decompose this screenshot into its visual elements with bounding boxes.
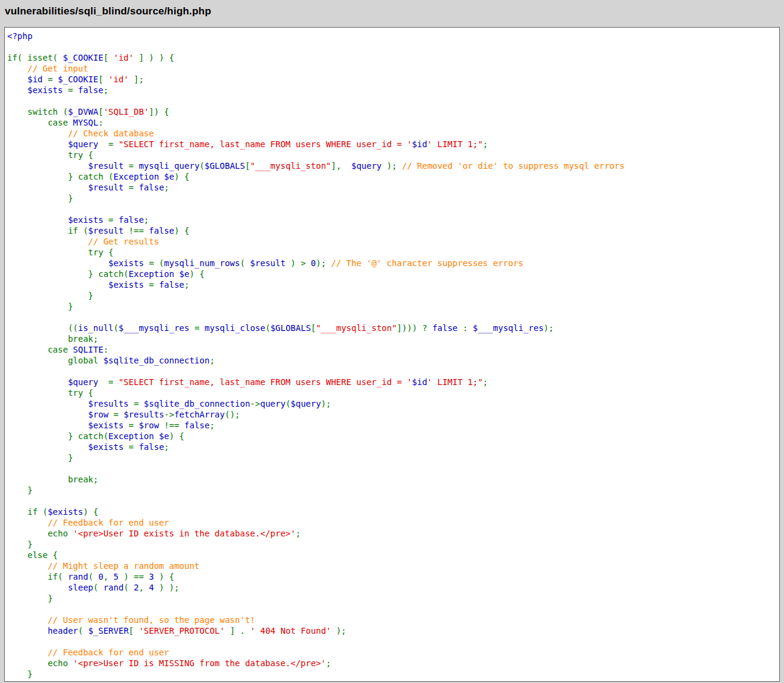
code-token: (); [225, 410, 240, 419]
code-token: ) { [154, 572, 174, 581]
code-token: [ [98, 74, 109, 84]
code-token: , [139, 583, 149, 592]
code-token: $exists [7, 258, 144, 268]
code-token: } [7, 593, 53, 603]
code-token: $exists [7, 280, 144, 290]
source-view-page: vulnerabilities/sqli_blind/source/high.p… [0, 0, 784, 683]
code-token: [ [311, 323, 316, 333]
code-token: "___mysqli_ston" [316, 323, 397, 333]
code-token: case [7, 345, 73, 354]
code-token: case [7, 118, 73, 127]
code-token: ]; [128, 74, 143, 84]
code-token: // Get input [7, 64, 88, 73]
code-token: else { [7, 550, 58, 560]
code-token: if ( [7, 226, 88, 235]
code-token: $results [124, 410, 164, 419]
code-token: } catch ( [7, 172, 113, 181]
code-token: ) { [174, 226, 189, 235]
code-token: !== [159, 420, 184, 430]
code-token: break; [7, 334, 98, 344]
code-token: ( [88, 572, 98, 581]
code-token: $query [7, 139, 98, 149]
code-token: : [103, 345, 108, 354]
code-token: } [7, 291, 93, 300]
code-token: global [7, 356, 103, 365]
code-token: ; [184, 280, 189, 290]
code-token: $_COOKIE [63, 53, 103, 62]
code-token: ; [164, 183, 169, 192]
code-token: ' 404 Not Found' [250, 626, 331, 636]
code-token: 'SERVER_PROTOCOL' [139, 626, 225, 636]
code-token: // The '@' character suppresses errors [326, 258, 523, 268]
code-token: false [149, 226, 174, 235]
code-token: ; [144, 215, 149, 225]
code-token: $_COOKIE [58, 74, 98, 84]
code-token: $sqlite_db_connection [103, 356, 210, 365]
code-token: ( [199, 161, 204, 171]
code-token: ) { [169, 431, 184, 441]
code-token: = [124, 442, 139, 452]
code-token: $result [7, 161, 124, 171]
code-token: $row [139, 420, 159, 430]
code-token: // Get results [7, 237, 159, 246]
code-token: [ [245, 161, 250, 171]
code-token: mysqli_query [139, 161, 199, 171]
code-token: try { [7, 247, 113, 257]
code-token: $_DVWA [68, 107, 98, 117]
code-token: !== [124, 226, 149, 235]
code-token: $query [7, 377, 98, 387]
code-token: if ( [7, 507, 47, 517]
code-token: ( [78, 626, 88, 636]
code-token: // User wasn't found, so the page wasn't… [7, 615, 255, 625]
code-token: ); [321, 399, 331, 408]
code-token: } [7, 453, 73, 463]
code-token: ]))) ? [397, 323, 432, 333]
code-token: $___mysqli_res [118, 323, 189, 333]
code-token: ; [164, 442, 169, 452]
code-token: = [144, 280, 159, 290]
code-token: Exception $e [113, 172, 174, 181]
code-token: $result [7, 183, 124, 192]
code-token: } [7, 669, 32, 679]
code-token: // Removed 'or die' to suppress mysql er… [397, 161, 624, 171]
code-token: = [124, 183, 139, 192]
code-token: Exception $e [128, 269, 189, 279]
code-token: $row [7, 410, 109, 419]
code-token: $result [250, 258, 286, 268]
code-token: ; [295, 529, 300, 538]
code-token: $exists [7, 442, 124, 452]
code-token: $sqlite_db_connection [144, 399, 250, 408]
code-token: 2 [134, 583, 139, 592]
code-token: "___mysqli_ston" [250, 161, 331, 171]
code-token: sleep [7, 583, 93, 592]
code-token: ; [483, 139, 487, 149]
code-token: [ [103, 53, 113, 62]
code-token: false [139, 183, 164, 192]
code-token: query [260, 399, 285, 408]
code-token: '<pre>User ID exists in the database.</p… [73, 529, 296, 538]
code-token: $___mysqli_res [473, 323, 544, 333]
code-token: 0 [311, 258, 316, 268]
code-token: -> [164, 410, 174, 419]
code-token: MYSQL [73, 118, 98, 127]
code-token: $results [7, 399, 128, 408]
code-token: $_SERVER [88, 626, 128, 636]
code-token: ) { [174, 172, 189, 181]
code-token: false [118, 215, 143, 225]
code-token: -> [250, 399, 261, 408]
code-token: ) ); [154, 583, 179, 592]
code-token: ); [544, 323, 554, 333]
code-token: ( [286, 399, 291, 408]
code-token: Exception $e [109, 431, 169, 441]
code-token: '<pre>User ID is MISSING from the databa… [73, 658, 326, 668]
code-token: ] ) ) { [134, 53, 174, 62]
code-token: ] . [225, 626, 250, 636]
code-token: ); [331, 626, 346, 636]
code-token: // Check database [7, 129, 154, 138]
code-token: $id [7, 74, 43, 84]
code-token: // Might sleep a random amount [7, 561, 199, 571]
code-token: ; [483, 377, 487, 387]
code-token: ( [93, 583, 103, 592]
code-token: = [128, 399, 143, 408]
code-token: false [139, 442, 164, 452]
